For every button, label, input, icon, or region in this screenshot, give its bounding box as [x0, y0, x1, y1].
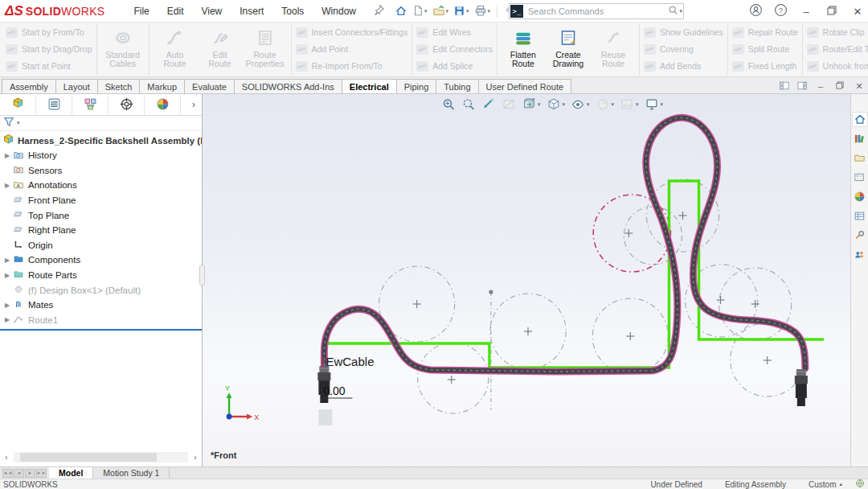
tree-root-assembly[interactable]: Harness_2-Specific Backshell Assembly (M… [0, 133, 202, 148]
model-tab-model[interactable]: Model [49, 467, 93, 479]
close-button[interactable]: ✕ [850, 6, 865, 18]
tab-piping[interactable]: Piping [396, 79, 437, 93]
ribbon-btn-flatten-route[interactable]: FlattenRoute [502, 27, 545, 71]
ribbon-btn-start-by-from-to[interactable]: Start by From/To [6, 24, 92, 41]
menu-edit[interactable]: Edit [159, 2, 192, 20]
user-account-icon[interactable] [749, 3, 763, 20]
ribbon-btn-covering[interactable]: Covering [644, 41, 723, 58]
filter-funnel-icon[interactable] [3, 116, 14, 130]
tree-item-right-plane[interactable]: Right Plane [0, 223, 202, 238]
open-icon[interactable]: ▾ [431, 3, 451, 18]
search-dropdown-icon[interactable]: ▾ [679, 8, 682, 14]
expand-arrow-icon[interactable]: ▶ [2, 182, 12, 189]
ribbon-btn-route-edit-through-clip[interactable]: Route/Edit Through Clip [807, 41, 868, 58]
previous-view-icon[interactable] [481, 97, 497, 112]
doc-restore-button[interactable] [834, 81, 845, 91]
ribbon-btn-reuse-route[interactable]: ReuseRoute [592, 27, 635, 71]
tree-item-f-design-box-1-default[interactable]: (f) Design Box<1> (Default) [0, 282, 202, 298]
tree-item-origin[interactable]: Origin [0, 238, 202, 253]
ribbon-btn-create-drawing[interactable]: CreateDrawing [547, 27, 590, 71]
tree-item-front-plane[interactable]: Front Plane [0, 193, 202, 208]
new-doc-icon[interactable]: ▾ [411, 3, 429, 18]
model-tab-motion-study-1[interactable]: Motion Study 1 [93, 467, 170, 479]
ribbon-btn-split-route[interactable]: Split Route [732, 41, 798, 58]
panel-horizontal-scrollbar[interactable]: ‹ › [0, 450, 202, 464]
show-task-pane-icon[interactable] [797, 79, 807, 93]
ribbon-btn-start-by-drag-drop[interactable]: Start by Drag/Drop [6, 41, 92, 58]
expand-arrow-icon[interactable]: ▶ [2, 257, 12, 264]
ribbon-btn-route-properties[interactable]: RouteProperties [244, 27, 287, 71]
scroll-right-icon[interactable]: › [189, 453, 202, 462]
doc-close-button[interactable]: ✕ [854, 81, 865, 92]
tab-electrical[interactable]: Electrical [342, 79, 397, 93]
cable-name-label[interactable]: EwCable [326, 355, 374, 368]
prev-tab-icon[interactable]: ◄ [14, 469, 24, 478]
minimize-button[interactable]: – [799, 6, 813, 18]
filter-dropdown-icon[interactable]: ▾ [17, 120, 20, 126]
edit-appearance-icon[interactable]: ▾ [595, 97, 616, 112]
apply-scene-icon[interactable]: ▾ [619, 97, 640, 112]
tab-assembly[interactable]: Assembly [2, 79, 56, 93]
taskpane-forum-icon[interactable] [852, 247, 868, 262]
tree-item-route-parts[interactable]: ▶Route Parts [0, 268, 202, 283]
tab-markup[interactable]: Markup [139, 79, 185, 93]
panel-tab-display-manager[interactable] [145, 96, 181, 115]
last-tab-icon[interactable]: ►► [36, 469, 47, 478]
show-feature-tree-pane-icon[interactable] [780, 79, 789, 93]
ribbon-btn-show-guidelines[interactable]: Show Guidelines [644, 24, 723, 41]
menu-insert[interactable]: Insert [231, 2, 272, 20]
ribbon-btn-edit-wires[interactable]: Edit Wires [416, 24, 493, 41]
help-icon[interactable]: ? [774, 3, 788, 20]
taskpane-appearances-scenes-icon[interactable] [852, 189, 868, 204]
menu-view[interactable]: View [193, 2, 230, 20]
view-settings-icon[interactable]: ▾ [644, 97, 665, 112]
panel-tab-configuration-manager[interactable] [72, 96, 108, 115]
tab-evaluate[interactable]: Evaluate [184, 79, 235, 93]
ribbon-btn-edit-route[interactable]: EditRoute [199, 27, 242, 71]
tab-tubing[interactable]: Tubing [436, 79, 478, 93]
tab-layout[interactable]: Layout [55, 79, 98, 93]
tree-item-annotations[interactable]: ▶AAnnotations [0, 178, 202, 193]
ribbon-btn-standard-cables[interactable]: StandardCables [101, 27, 145, 71]
dimension-label[interactable]: 0.00 [323, 384, 345, 397]
ribbon-btn-add-point[interactable]: Add Point [296, 41, 408, 58]
zoom-fit-icon[interactable] [440, 97, 457, 112]
taskpane-inspection-tools-icon[interactable] [852, 228, 868, 243]
scroll-left-icon[interactable]: ‹ [0, 453, 13, 462]
tab-user-defined-route[interactable]: User Defined Route [478, 79, 572, 93]
panel-splitter-handle[interactable] [199, 265, 205, 286]
ribbon-btn-add-splice[interactable]: Add Splice [416, 58, 493, 75]
doc-minimize-button[interactable]: – [815, 81, 826, 91]
panel-tab-property-manager[interactable] [36, 96, 72, 115]
expand-arrow-icon[interactable]: ▶ [2, 272, 12, 279]
ribbon-btn-insert-connectors-fittings[interactable]: Insert Connectors/Fittings [296, 24, 408, 41]
taskpane-design-library-icon[interactable] [852, 131, 868, 146]
display-style-icon[interactable]: ▾ [546, 97, 567, 112]
ribbon-btn-rotate-clip[interactable]: Rotate Clip [807, 24, 868, 41]
graphics-viewport[interactable]: EwCable0.00YX ▾▾▾▾▾▾ *Front [203, 94, 850, 466]
ribbon-btn-edit-connectors[interactable]: Edit Connectors [416, 41, 493, 58]
taskpane-resources-home-icon[interactable] [852, 112, 868, 127]
search-input[interactable]: Search Commands [523, 6, 668, 16]
expand-arrow-icon[interactable]: ▶ [2, 152, 12, 159]
search-commands-box[interactable]: >_ Search Commands ▾ [509, 3, 684, 19]
next-tab-icon[interactable]: ► [25, 469, 35, 478]
zoom-area-icon[interactable] [461, 97, 477, 112]
tree-item-components[interactable]: ▶Components [0, 253, 202, 268]
home-icon[interactable] [393, 3, 409, 18]
taskpane-custom-properties-icon[interactable] [852, 208, 868, 224]
menu-tools[interactable]: Tools [273, 2, 312, 20]
hide-show-items-icon[interactable]: ▾ [570, 97, 591, 112]
scrollbar-thumb[interactable] [20, 453, 157, 462]
tree-item-sensors[interactable]: Sensors [0, 163, 202, 179]
first-tab-icon[interactable]: ◄◄ [2, 469, 13, 478]
panel-tab-feature-manager[interactable] [0, 96, 36, 115]
ribbon-btn-unhook-from-clip[interactable]: Unhook from Clip [807, 58, 868, 75]
restore-button[interactable] [825, 6, 839, 18]
menu-window[interactable]: Window [313, 2, 364, 20]
search-icon[interactable] [668, 4, 678, 18]
tree-item-history[interactable]: ▶History [0, 148, 202, 163]
taskpane-view-palette-icon[interactable] [852, 170, 868, 185]
tree-item-mates[interactable]: ▶Mates [0, 298, 202, 313]
ribbon-btn-re-import-from-to[interactable]: Re-Import From/To [296, 58, 408, 75]
